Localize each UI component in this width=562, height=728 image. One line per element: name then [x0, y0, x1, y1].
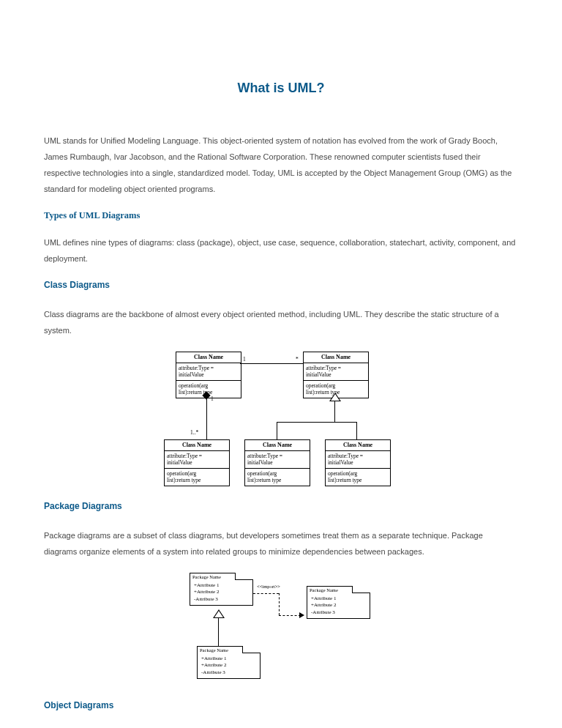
class-diagram: Class Name attribute:Type = initialValue…: [164, 352, 398, 491]
package-diagrams-paragraph: Package diagrams are a subset of class d…: [44, 527, 518, 560]
page-title: What is UML?: [44, 81, 518, 96]
import-label: <<import>>: [257, 584, 280, 589]
uml-class-name: Class Name: [176, 352, 241, 363]
generalization-line: [277, 422, 357, 423]
multiplicity-label: *: [296, 356, 299, 363]
uml-class-attrs: attribute:Type = initialValue: [165, 451, 229, 469]
uml-class-attrs: attribute:Type = initialValue: [245, 451, 310, 469]
types-heading: Types of UML Diagrams: [44, 210, 518, 221]
uml-class-name: Class Name: [304, 352, 368, 363]
intro-paragraph: UML stands for Unified Modeling Language…: [44, 133, 518, 197]
uml-package-name: Package Name: [190, 573, 236, 580]
uml-class-ops: operation(arg list):return type: [165, 469, 229, 486]
types-paragraph: UML defines nine types of diagrams: clas…: [44, 234, 518, 267]
uml-package-box: Package Name +Attribute 1 +Attribute 2 -…: [197, 646, 261, 679]
uml-class-attrs: attribute:Type = initialValue: [176, 363, 241, 381]
association-line: [240, 363, 303, 364]
uml-class-box: Class Name attribute:Type = initialValue…: [325, 439, 391, 486]
package-diagram: Package Name +Attribute 1 +Attribute 2 -…: [182, 573, 380, 690]
class-diagrams-heading: Class Diagrams: [44, 280, 518, 290]
dependency-line: [279, 593, 280, 615]
uml-package-body: +Attribute 1 +Attribute 2 -Attribute 3: [307, 593, 370, 619]
multiplicity-label: 1..*: [190, 429, 198, 436]
uml-class-attrs: attribute:Type = initialValue: [304, 363, 368, 381]
generalization-triangle-icon: [213, 609, 225, 618]
dependency-arrow-icon: [299, 612, 304, 618]
uml-package-box: Package Name +Attribute 1 +Attribute 2 -…: [190, 573, 253, 606]
uml-class-ops: operation(arg list):return type: [245, 469, 310, 486]
uml-class-attrs: attribute:Type = initialValue: [326, 451, 390, 469]
dependency-line: [279, 615, 301, 616]
generalization-line: [277, 422, 277, 439]
class-diagram-figure: Class Name attribute:Type = initialValue…: [44, 352, 518, 491]
multiplicity-label: 1: [243, 356, 246, 363]
uml-class-name: Class Name: [326, 440, 390, 451]
uml-package-body: +Attribute 1 +Attribute 2 -Attribute 3: [197, 653, 261, 679]
package-diagrams-heading: Package Diagrams: [44, 501, 518, 511]
multiplicity-label: 1: [211, 395, 214, 402]
uml-package-box: Package Name +Attribute 1 +Attribute 2 -…: [307, 586, 370, 619]
generalization-line: [334, 401, 335, 422]
uml-class-box: Class Name attribute:Type = initialValue…: [164, 439, 230, 486]
package-diagram-figure: Package Name +Attribute 1 +Attribute 2 -…: [44, 573, 518, 690]
uml-class-name: Class Name: [245, 440, 310, 451]
generalization-line: [356, 422, 357, 439]
document-page: What is UML? UML stands for Unified Mode…: [0, 0, 562, 728]
uml-class-ops: operation(arg list):return type: [326, 469, 390, 486]
uml-class-name: Class Name: [165, 440, 229, 451]
uml-class-box: Class Name attribute:Type = initialValue…: [244, 439, 310, 486]
composition-line: [206, 398, 207, 439]
object-diagrams-heading: Object Diagrams: [44, 700, 518, 710]
generalization-triangle-icon: [329, 393, 341, 401]
uml-class-box: Class Name attribute:Type = initialValue…: [303, 352, 369, 398]
class-diagrams-paragraph: Class diagrams are the backbone of almos…: [44, 306, 518, 338]
dependency-line: [253, 593, 279, 594]
generalization-line: [218, 618, 219, 646]
uml-class-box: Class Name attribute:Type = initialValue…: [176, 352, 241, 398]
uml-package-name: Package Name: [197, 646, 243, 653]
uml-package-name: Package Name: [307, 586, 353, 593]
uml-package-body: +Attribute 1 +Attribute 2 -Attribute 3: [190, 579, 253, 606]
